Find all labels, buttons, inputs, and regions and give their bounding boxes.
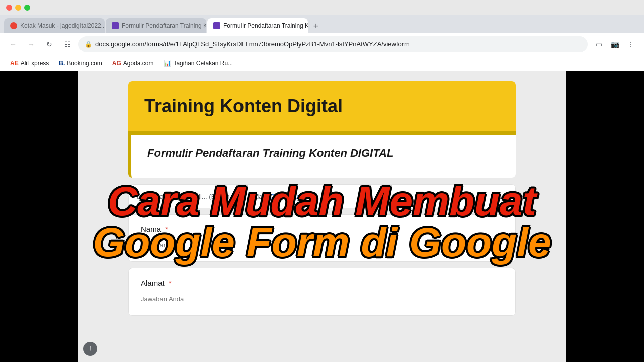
main-content: Training Konten Digital Formulir Pendaft… (0, 71, 644, 362)
booking-favicon: B. (59, 60, 65, 67)
cast-button[interactable]: ▭ (592, 37, 606, 51)
form-title-card: Formulir Pendaftaran Training Konten DIG… (128, 135, 516, 178)
email-address: agodigital2022@gmail... (137, 193, 207, 200)
title-bar (0, 0, 644, 15)
forward-button[interactable]: → (24, 37, 38, 51)
ganti-akun-link[interactable]: Ganti akun (270, 193, 302, 200)
cloud-icon: ☁ (498, 191, 507, 202)
tab-forms-1[interactable]: Formulir Pendaftaran Training K... ✕ (106, 18, 206, 33)
nav-bar: ← → ↻ ☷ 🔒 docs.google.com/forms/d/e/1FAl… (0, 33, 644, 55)
bookmark-aliexpress[interactable]: AE AliExpress (6, 58, 53, 69)
forms2-favicon (213, 22, 220, 29)
nama-required-star: * (165, 225, 168, 233)
address-bar[interactable]: 🔒 docs.google.com/forms/d/e/1FAlpQLSd_ST… (78, 36, 588, 52)
bookmark-booking[interactable]: B. Booking.com (55, 58, 106, 69)
alamat-field-card: Alamat * (128, 268, 516, 316)
new-tab-button[interactable]: + (309, 19, 323, 33)
menu-button[interactable]: ⋮ (624, 37, 638, 51)
bookmark-agoda-label: Agoda.com (123, 60, 154, 67)
bookmarks-bar: AE AliExpress B. Booking.com AG Agoda.co… (0, 55, 644, 71)
tab-gmail[interactable]: Kotak Masuk - jagodigital2022... ✕ (4, 18, 105, 33)
forms1-favicon (112, 22, 119, 29)
back-button[interactable]: ← (6, 37, 20, 51)
nama-input[interactable] (141, 239, 503, 251)
minimize-button[interactable] (15, 5, 21, 11)
tagihan-favicon: 📊 (164, 60, 171, 67)
bookmark-booking-label: Booking.com (67, 60, 102, 67)
right-black-panel (566, 71, 644, 362)
maximize-button[interactable] (24, 5, 30, 11)
alamat-input[interactable] (141, 293, 503, 305)
page-content: Training Konten Digital Formulir Pendaft… (128, 71, 516, 362)
form-title: Formulir Pendaftaran Training Konten DIG… (147, 147, 500, 160)
feedback-icon: ! (89, 345, 91, 353)
email-bar: agodigital2022@gmail... (Bukan akun Anda… (128, 184, 516, 208)
bookmark-tagihan[interactable]: 📊 Tagihan Cetakan Ru... (159, 58, 237, 69)
agoda-favicon: AG (112, 60, 121, 67)
nama-label: Nama * (141, 225, 503, 233)
tab-forms-2[interactable]: Formulir Pendaftaran Training K... ✕ (207, 18, 308, 33)
bookmark-tagihan-label: Tagihan Cetakan Ru... (173, 60, 233, 67)
alamat-required-star: * (169, 279, 172, 287)
left-black-panel (0, 71, 78, 362)
gmail-favicon (10, 22, 17, 29)
close-button[interactable] (6, 5, 12, 11)
tab-forms2-label: Formulir Pendaftaran Training K... (223, 22, 308, 29)
form-accent-bar (128, 131, 516, 135)
home-button: ☷ (60, 37, 74, 51)
url-text: docs.google.com/forms/d/e/1FAlpQLSd_STsy… (95, 40, 582, 48)
lock-icon: 🔒 (85, 41, 92, 48)
feedback-button[interactable]: ! (83, 342, 97, 356)
traffic-lights (6, 5, 30, 11)
tab-gmail-label: Kotak Masuk - jagodigital2022... (20, 22, 105, 29)
bookmark-agoda[interactable]: AG Agoda.com (108, 58, 158, 69)
screenshot-button[interactable]: 📷 (608, 37, 622, 51)
form-header-title: Training Konten Digital (144, 96, 500, 117)
email-text: agodigital2022@gmail... (Bukan akun Anda… (137, 193, 302, 200)
email-suffix: (Bukan akun Anda?) (209, 193, 268, 200)
tab-bar: Kotak Masuk - jagodigital2022... ✕ Formu… (0, 15, 644, 33)
bookmark-aliexpress-label: AliExpress (21, 60, 49, 67)
reload-button[interactable]: ↻ (42, 37, 56, 51)
nav-actions: ▭ 📷 ⋮ (592, 37, 638, 51)
tab-forms1-label: Formulir Pendaftaran Training K... (122, 22, 206, 29)
form-header: Training Konten Digital (128, 81, 516, 131)
nama-field-card: Nama * (128, 214, 516, 262)
alamat-label: Alamat * (141, 279, 503, 287)
aliexpress-favicon: AE (10, 60, 19, 67)
browser-window: Kotak Masuk - jagodigital2022... ✕ Formu… (0, 0, 644, 362)
